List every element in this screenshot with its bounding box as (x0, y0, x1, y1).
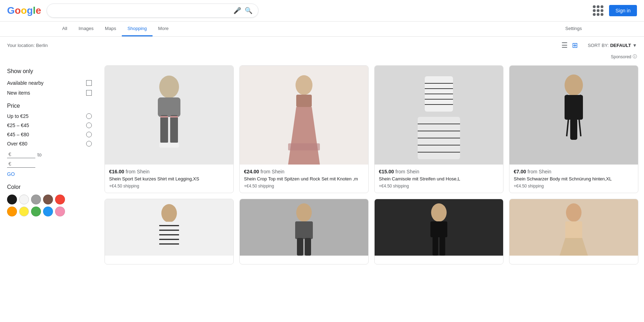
price-radio-3[interactable] (86, 141, 92, 147)
product-card-4[interactable]: €7.00 from Shein Shein Schwarzer Body mi… (509, 65, 638, 193)
price-label-3: Over €80 (7, 141, 28, 147)
product-image-2 (240, 66, 368, 165)
product-info-3: €15.00 from Shein Shein Camisole mit Str… (375, 165, 503, 193)
product-title-2: Shein Crop Top mit Spitzen und Rock Set … (244, 176, 364, 182)
product-grid-row1: €16.00 from Shein Shein Sport Set kurzes… (105, 62, 638, 196)
product-card-2[interactable]: €24.00 from Shein Shein Crop Top mit Spi… (239, 65, 369, 193)
available-nearby-label: Available nearby (7, 80, 43, 86)
product-card-7[interactable] (374, 199, 503, 264)
svg-rect-54 (565, 221, 582, 239)
svg-rect-36 (159, 222, 179, 256)
color-swatch-green[interactable] (31, 207, 41, 216)
filter-available-nearby: Available nearby (7, 80, 92, 86)
product-title-4: Shein Schwarzer Body mit Schnürung hinte… (514, 176, 634, 182)
sponsored-bar: Sponsored ⓘ (0, 52, 644, 62)
search-icon[interactable]: 🔍 (245, 7, 252, 14)
svg-point-1 (159, 76, 179, 98)
sort-by-value: DEFAULT (610, 43, 631, 48)
price-title: Price (7, 103, 92, 109)
filter-new-items: New items (7, 90, 92, 96)
svg-rect-46 (305, 238, 311, 256)
color-swatch-red[interactable] (55, 195, 65, 204)
price-radio-2[interactable] (86, 132, 92, 137)
color-swatch-gray[interactable] (31, 195, 41, 204)
price-option-3: Over €80 (7, 141, 92, 147)
color-title: Color (7, 184, 92, 190)
product-info-6 (240, 256, 368, 264)
price-range-to (7, 160, 92, 168)
svg-rect-7 (159, 143, 170, 148)
product-card-8[interactable] (509, 199, 638, 264)
sponsored-label: Sponsored ⓘ (611, 54, 637, 60)
color-swatch-blue[interactable] (43, 207, 53, 216)
product-card-1[interactable]: €16.00 from Shein Shein Sport Set kurzes… (105, 65, 234, 193)
new-items-label: New items (7, 90, 30, 96)
svg-rect-45 (297, 238, 303, 256)
product-info-8 (509, 256, 638, 264)
color-swatch-yellow[interactable] (19, 207, 29, 216)
color-swatch-black[interactable] (7, 195, 17, 204)
svg-rect-49 (430, 221, 447, 237)
price-label-1: €25 – €45 (7, 123, 29, 128)
view-controls: ☰ ⊞ SORT BY: DEFAULT ▼ (561, 41, 637, 49)
available-nearby-checkbox[interactable] (86, 80, 92, 86)
tab-more[interactable]: More (153, 22, 174, 36)
new-items-checkbox[interactable] (86, 90, 92, 96)
product-image-4 (509, 66, 638, 165)
search-input[interactable]: clothing (53, 7, 230, 14)
apps-grid-icon[interactable] (593, 5, 603, 16)
color-swatch-white[interactable] (19, 195, 29, 204)
product-shipping-2: +€4.50 shipping (244, 184, 364, 189)
product-title-1: Shein Sport Set kurzes Shirt mit Legging… (109, 176, 229, 182)
svg-rect-3 (160, 115, 168, 143)
product-image-8 (509, 199, 638, 256)
product-card-6[interactable] (239, 199, 369, 264)
product-image-5 (105, 199, 233, 256)
price-label-2: €45 – €80 (7, 132, 29, 137)
price-from-input[interactable] (7, 151, 35, 158)
header-right: Sign in (593, 5, 637, 16)
color-swatch-brown[interactable] (43, 195, 53, 204)
product-card-5[interactable] (105, 199, 234, 264)
product-shipping-3: +€4.50 shipping (379, 184, 499, 189)
tab-maps[interactable]: Maps (99, 22, 122, 36)
price-option-2: €45 – €80 (7, 132, 92, 137)
mic-icon[interactable]: 🎤 (233, 7, 241, 14)
tab-shopping[interactable]: Shopping (122, 22, 153, 36)
sponsored-info-icon[interactable]: ⓘ (633, 54, 637, 60)
price-radio-1[interactable] (86, 123, 92, 128)
sort-by-control[interactable]: SORT BY: DEFAULT ▼ (588, 43, 637, 48)
grid-view-icon[interactable]: ⊞ (572, 41, 578, 49)
list-view-icon[interactable]: ☰ (561, 41, 568, 49)
svg-rect-44 (295, 221, 313, 239)
color-swatch-pink[interactable] (55, 207, 65, 216)
price-options: Up to €25 €25 – €45 €45 – €80 Over €80 (7, 113, 92, 147)
svg-rect-11 (296, 95, 312, 107)
sort-by-label: SORT BY: (588, 43, 609, 48)
svg-rect-12 (288, 143, 320, 150)
color-swatch-orange[interactable] (7, 207, 17, 216)
logo-text: Google (7, 5, 41, 16)
product-shipping-1: +€4.50 shipping (109, 184, 229, 189)
product-card-3[interactable]: €15.00 from Shein Shein Camisole mit Str… (374, 65, 503, 193)
sign-in-button[interactable]: Sign in (609, 5, 637, 16)
product-price-3: €15.00 from Shein (379, 169, 499, 174)
product-info-2: €24.00 from Shein Shein Crop Top mit Spi… (240, 165, 368, 193)
product-price-1: €16.00 from Shein (109, 169, 229, 174)
price-to-input[interactable] (7, 160, 35, 168)
product-image-1 (105, 66, 233, 165)
search-box: clothing 🎤 🔍 (47, 4, 258, 18)
tab-all[interactable]: All (56, 22, 73, 36)
price-label-0: Up to €25 (7, 113, 29, 119)
product-image-3 (375, 66, 503, 165)
product-area: €16.00 from Shein Shein Sport Set kurzes… (99, 62, 644, 267)
tab-images[interactable]: Images (73, 22, 99, 36)
price-radio-0[interactable] (86, 113, 92, 119)
svg-point-10 (296, 75, 312, 95)
settings-link[interactable]: Settings (560, 22, 588, 36)
product-image-6 (240, 199, 368, 256)
product-title-3: Shein Camisole mit Streifen und Hose,L (379, 176, 499, 182)
price-go-button[interactable]: GO (7, 171, 15, 177)
svg-point-48 (431, 203, 447, 222)
product-grid-row2 (105, 196, 638, 267)
